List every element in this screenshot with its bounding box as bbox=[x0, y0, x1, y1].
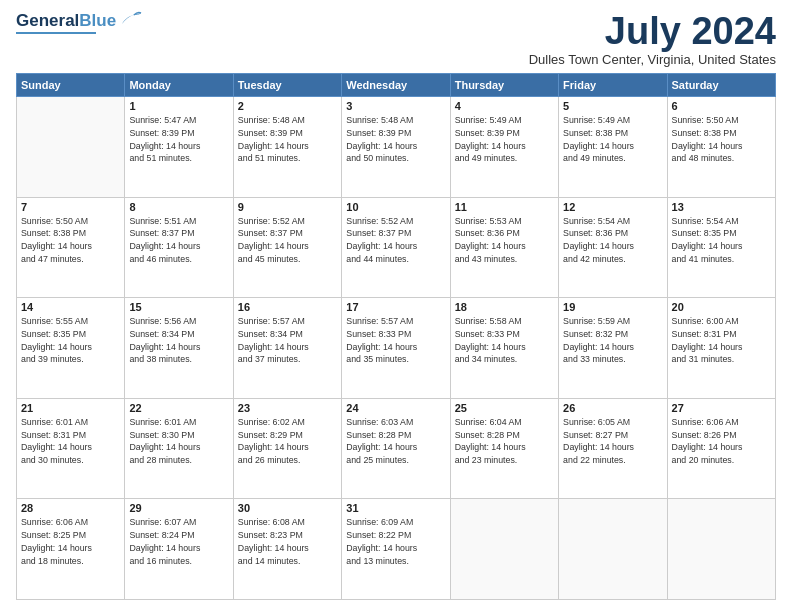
cell-content: Sunrise: 6:08 AM Sunset: 8:23 PM Dayligh… bbox=[238, 516, 337, 567]
calendar-cell: 13Sunrise: 5:54 AM Sunset: 8:35 PM Dayli… bbox=[667, 197, 775, 298]
day-number: 16 bbox=[238, 301, 337, 313]
calendar-cell bbox=[17, 97, 125, 198]
day-number: 13 bbox=[672, 201, 771, 213]
calendar-cell: 15Sunrise: 5:56 AM Sunset: 8:34 PM Dayli… bbox=[125, 298, 233, 399]
day-number: 20 bbox=[672, 301, 771, 313]
header-monday: Monday bbox=[125, 74, 233, 97]
cell-content: Sunrise: 5:51 AM Sunset: 8:37 PM Dayligh… bbox=[129, 215, 228, 266]
day-number: 19 bbox=[563, 301, 662, 313]
day-number: 3 bbox=[346, 100, 445, 112]
day-number: 17 bbox=[346, 301, 445, 313]
header-thursday: Thursday bbox=[450, 74, 558, 97]
day-number: 12 bbox=[563, 201, 662, 213]
calendar-cell: 25Sunrise: 6:04 AM Sunset: 8:28 PM Dayli… bbox=[450, 398, 558, 499]
logo-bird-icon bbox=[120, 10, 142, 28]
calendar-cell: 27Sunrise: 6:06 AM Sunset: 8:26 PM Dayli… bbox=[667, 398, 775, 499]
cell-content: Sunrise: 5:48 AM Sunset: 8:39 PM Dayligh… bbox=[346, 114, 445, 165]
cell-content: Sunrise: 5:49 AM Sunset: 8:39 PM Dayligh… bbox=[455, 114, 554, 165]
day-number: 4 bbox=[455, 100, 554, 112]
cell-content: Sunrise: 5:57 AM Sunset: 8:33 PM Dayligh… bbox=[346, 315, 445, 366]
calendar-table: Sunday Monday Tuesday Wednesday Thursday… bbox=[16, 73, 776, 600]
cell-content: Sunrise: 5:55 AM Sunset: 8:35 PM Dayligh… bbox=[21, 315, 120, 366]
calendar-cell: 12Sunrise: 5:54 AM Sunset: 8:36 PM Dayli… bbox=[559, 197, 667, 298]
calendar-cell: 11Sunrise: 5:53 AM Sunset: 8:36 PM Dayli… bbox=[450, 197, 558, 298]
header-tuesday: Tuesday bbox=[233, 74, 341, 97]
cell-content: Sunrise: 5:52 AM Sunset: 8:37 PM Dayligh… bbox=[346, 215, 445, 266]
cell-content: Sunrise: 5:50 AM Sunset: 8:38 PM Dayligh… bbox=[672, 114, 771, 165]
calendar-cell: 19Sunrise: 5:59 AM Sunset: 8:32 PM Dayli… bbox=[559, 298, 667, 399]
calendar-cell: 22Sunrise: 6:01 AM Sunset: 8:30 PM Dayli… bbox=[125, 398, 233, 499]
cell-content: Sunrise: 5:59 AM Sunset: 8:32 PM Dayligh… bbox=[563, 315, 662, 366]
day-number: 11 bbox=[455, 201, 554, 213]
cell-content: Sunrise: 5:54 AM Sunset: 8:35 PM Dayligh… bbox=[672, 215, 771, 266]
header-friday: Friday bbox=[559, 74, 667, 97]
weekday-header-row: Sunday Monday Tuesday Wednesday Thursday… bbox=[17, 74, 776, 97]
header-saturday: Saturday bbox=[667, 74, 775, 97]
calendar-cell: 3Sunrise: 5:48 AM Sunset: 8:39 PM Daylig… bbox=[342, 97, 450, 198]
title-block: July 2024 Dulles Town Center, Virginia, … bbox=[529, 12, 776, 67]
day-number: 1 bbox=[129, 100, 228, 112]
cell-content: Sunrise: 5:47 AM Sunset: 8:39 PM Dayligh… bbox=[129, 114, 228, 165]
logo-text: GeneralBlue bbox=[16, 12, 116, 31]
calendar-cell bbox=[559, 499, 667, 600]
cell-content: Sunrise: 6:00 AM Sunset: 8:31 PM Dayligh… bbox=[672, 315, 771, 366]
day-number: 10 bbox=[346, 201, 445, 213]
calendar-cell: 4Sunrise: 5:49 AM Sunset: 8:39 PM Daylig… bbox=[450, 97, 558, 198]
day-number: 7 bbox=[21, 201, 120, 213]
calendar-cell: 20Sunrise: 6:00 AM Sunset: 8:31 PM Dayli… bbox=[667, 298, 775, 399]
cell-content: Sunrise: 5:57 AM Sunset: 8:34 PM Dayligh… bbox=[238, 315, 337, 366]
calendar-header: Sunday Monday Tuesday Wednesday Thursday… bbox=[17, 74, 776, 97]
cell-content: Sunrise: 6:06 AM Sunset: 8:26 PM Dayligh… bbox=[672, 416, 771, 467]
cell-content: Sunrise: 5:50 AM Sunset: 8:38 PM Dayligh… bbox=[21, 215, 120, 266]
cell-content: Sunrise: 6:06 AM Sunset: 8:25 PM Dayligh… bbox=[21, 516, 120, 567]
cell-content: Sunrise: 5:48 AM Sunset: 8:39 PM Dayligh… bbox=[238, 114, 337, 165]
day-number: 6 bbox=[672, 100, 771, 112]
calendar-week-row: 1Sunrise: 5:47 AM Sunset: 8:39 PM Daylig… bbox=[17, 97, 776, 198]
day-number: 14 bbox=[21, 301, 120, 313]
day-number: 26 bbox=[563, 402, 662, 414]
calendar-cell: 31Sunrise: 6:09 AM Sunset: 8:22 PM Dayli… bbox=[342, 499, 450, 600]
calendar-cell: 28Sunrise: 6:06 AM Sunset: 8:25 PM Dayli… bbox=[17, 499, 125, 600]
cell-content: Sunrise: 6:01 AM Sunset: 8:31 PM Dayligh… bbox=[21, 416, 120, 467]
day-number: 29 bbox=[129, 502, 228, 514]
day-number: 18 bbox=[455, 301, 554, 313]
day-number: 5 bbox=[563, 100, 662, 112]
cell-content: Sunrise: 6:09 AM Sunset: 8:22 PM Dayligh… bbox=[346, 516, 445, 567]
calendar-cell bbox=[450, 499, 558, 600]
day-number: 23 bbox=[238, 402, 337, 414]
calendar-cell: 21Sunrise: 6:01 AM Sunset: 8:31 PM Dayli… bbox=[17, 398, 125, 499]
calendar-week-row: 7Sunrise: 5:50 AM Sunset: 8:38 PM Daylig… bbox=[17, 197, 776, 298]
day-number: 31 bbox=[346, 502, 445, 514]
calendar-cell: 6Sunrise: 5:50 AM Sunset: 8:38 PM Daylig… bbox=[667, 97, 775, 198]
cell-content: Sunrise: 5:49 AM Sunset: 8:38 PM Dayligh… bbox=[563, 114, 662, 165]
cell-content: Sunrise: 5:56 AM Sunset: 8:34 PM Dayligh… bbox=[129, 315, 228, 366]
calendar-cell: 26Sunrise: 6:05 AM Sunset: 8:27 PM Dayli… bbox=[559, 398, 667, 499]
calendar-week-row: 14Sunrise: 5:55 AM Sunset: 8:35 PM Dayli… bbox=[17, 298, 776, 399]
location: Dulles Town Center, Virginia, United Sta… bbox=[529, 52, 776, 67]
calendar-week-row: 21Sunrise: 6:01 AM Sunset: 8:31 PM Dayli… bbox=[17, 398, 776, 499]
calendar-cell: 30Sunrise: 6:08 AM Sunset: 8:23 PM Dayli… bbox=[233, 499, 341, 600]
cell-content: Sunrise: 6:04 AM Sunset: 8:28 PM Dayligh… bbox=[455, 416, 554, 467]
calendar-cell: 10Sunrise: 5:52 AM Sunset: 8:37 PM Dayli… bbox=[342, 197, 450, 298]
cell-content: Sunrise: 6:01 AM Sunset: 8:30 PM Dayligh… bbox=[129, 416, 228, 467]
cell-content: Sunrise: 5:54 AM Sunset: 8:36 PM Dayligh… bbox=[563, 215, 662, 266]
day-number: 28 bbox=[21, 502, 120, 514]
calendar-cell: 16Sunrise: 5:57 AM Sunset: 8:34 PM Dayli… bbox=[233, 298, 341, 399]
day-number: 9 bbox=[238, 201, 337, 213]
calendar-cell: 8Sunrise: 5:51 AM Sunset: 8:37 PM Daylig… bbox=[125, 197, 233, 298]
day-number: 25 bbox=[455, 402, 554, 414]
cell-content: Sunrise: 6:07 AM Sunset: 8:24 PM Dayligh… bbox=[129, 516, 228, 567]
calendar-cell: 1Sunrise: 5:47 AM Sunset: 8:39 PM Daylig… bbox=[125, 97, 233, 198]
cell-content: Sunrise: 5:53 AM Sunset: 8:36 PM Dayligh… bbox=[455, 215, 554, 266]
calendar-cell: 2Sunrise: 5:48 AM Sunset: 8:39 PM Daylig… bbox=[233, 97, 341, 198]
logo: GeneralBlue bbox=[16, 12, 142, 34]
calendar-cell: 5Sunrise: 5:49 AM Sunset: 8:38 PM Daylig… bbox=[559, 97, 667, 198]
day-number: 8 bbox=[129, 201, 228, 213]
header-wednesday: Wednesday bbox=[342, 74, 450, 97]
month-title: July 2024 bbox=[529, 12, 776, 50]
calendar-cell: 23Sunrise: 6:02 AM Sunset: 8:29 PM Dayli… bbox=[233, 398, 341, 499]
cell-content: Sunrise: 5:58 AM Sunset: 8:33 PM Dayligh… bbox=[455, 315, 554, 366]
page: GeneralBlue July 2024 Dulles Town Center… bbox=[0, 0, 792, 612]
cell-content: Sunrise: 5:52 AM Sunset: 8:37 PM Dayligh… bbox=[238, 215, 337, 266]
header: GeneralBlue July 2024 Dulles Town Center… bbox=[16, 12, 776, 67]
